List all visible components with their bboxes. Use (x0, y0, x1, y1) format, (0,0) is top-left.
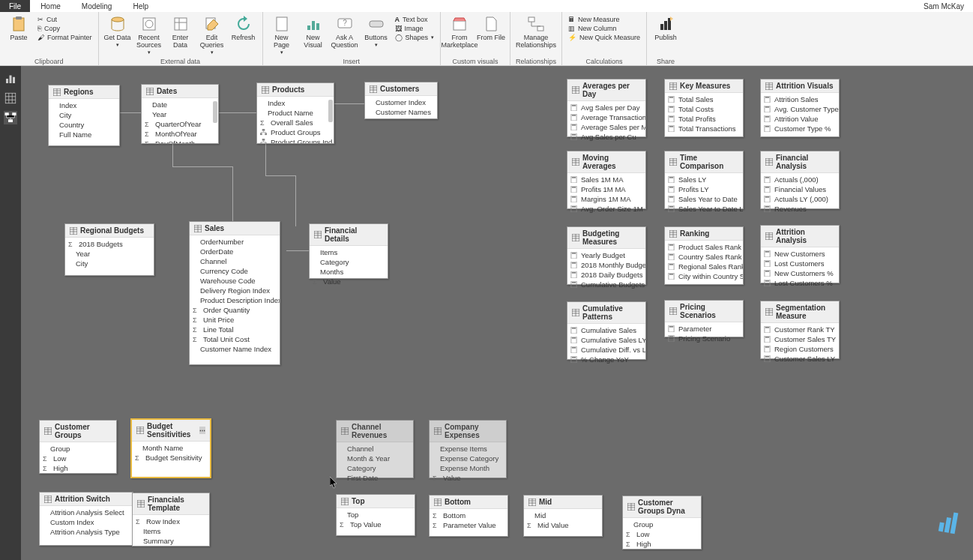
table-header[interactable]: Budget Sensitivities⋯ (132, 420, 210, 442)
table-field[interactable]: New Customers (761, 249, 839, 259)
table-header[interactable]: Mid (524, 496, 602, 509)
refresh-button[interactable]: Refresh (228, 13, 259, 58)
table-field[interactable]: Country Sales Rank (665, 252, 743, 262)
table-top[interactable]: TopTopΣTop Value (336, 494, 415, 536)
table-field[interactable]: ΣOrder Quantity (190, 305, 280, 315)
table-field[interactable]: Lost Customers (761, 259, 839, 268)
table-header[interactable]: Customer Groups Dyna (623, 496, 701, 518)
table-financials-template[interactable]: Financials TemplateΣRow IndexItemsSummar… (132, 493, 210, 547)
table-header[interactable]: Budgeting Measures (567, 227, 645, 249)
table-field[interactable]: Year (142, 109, 218, 119)
shapes-button[interactable]: ◯Shapes▾ (392, 33, 438, 42)
table-averages-per-day[interactable]: Averages per DayAvg Sales per DayAverage… (567, 79, 646, 137)
table-field[interactable]: Product Sales Rank (665, 242, 743, 252)
get-data-button[interactable]: Get Data▾ (102, 13, 133, 58)
table-header[interactable]: Cumulative Patterns (567, 302, 645, 324)
table-header[interactable]: Sales (190, 222, 280, 235)
table-field[interactable]: ΣHigh (40, 463, 116, 473)
table-regions[interactable]: RegionsIndexCityCountryFull Name (48, 85, 120, 146)
table-field[interactable]: Avg. Order Size 1M M (567, 204, 645, 214)
table-regional-budgets[interactable]: Regional BudgetsΣ2018 BudgetsYearCity (64, 223, 154, 276)
textbox-button[interactable]: AText box (392, 15, 438, 24)
table-field[interactable]: Avg Sales per Cu (567, 132, 645, 142)
table-field[interactable]: Group (40, 444, 116, 454)
table-field[interactable]: Sales Year to Date LY (665, 204, 743, 214)
table-field[interactable]: Product Groups (257, 127, 334, 137)
table-attrition-analysis[interactable]: Attrition AnalysisNew CustomersLost Cust… (760, 225, 840, 283)
table-header[interactable]: Attrition Analysis (761, 226, 839, 247)
table-field[interactable]: Category (310, 257, 388, 267)
menu-file[interactable]: File (0, 0, 30, 12)
table-header[interactable]: Attrition Switch (40, 493, 133, 506)
table-field[interactable]: Profits LY (665, 184, 743, 194)
table-header[interactable]: Regions (49, 85, 119, 99)
cut-button[interactable]: ✂Cut (34, 15, 95, 24)
table-field[interactable]: Lost Customers % (761, 278, 839, 288)
table-field[interactable]: Total Profits (665, 114, 743, 124)
table-field[interactable]: New Customers % (761, 268, 839, 278)
table-field[interactable]: ΣLow (623, 529, 701, 539)
table-field[interactable]: City (65, 259, 154, 268)
format-painter-button[interactable]: 🖌Format Painter (34, 33, 95, 42)
table-segmentation[interactable]: Segmentation MeasureCustomer Rank TYCust… (760, 301, 840, 359)
table-field[interactable]: Custom Index (40, 517, 133, 527)
from-file-button[interactable]: From File (475, 13, 507, 58)
table-field[interactable]: Parameter (665, 324, 743, 334)
table-field[interactable]: Sales Year to Date (665, 194, 743, 204)
table-field[interactable]: Total Costs (665, 104, 743, 114)
table-header[interactable]: Financial Details (310, 224, 388, 246)
table-field[interactable]: ΣQuarterOfYear (142, 119, 218, 129)
table-field[interactable]: Margins 1M MA (567, 194, 645, 204)
table-field[interactable]: ΣLow (40, 454, 116, 463)
table-customer-groups[interactable]: Customer GroupsGroupΣLowΣHigh (39, 420, 117, 474)
table-field[interactable]: ΣBudget Sensitivity (132, 453, 210, 463)
table-field[interactable]: ΣTop Value (337, 520, 415, 529)
table-field[interactable]: OrderNumber (190, 237, 280, 247)
table-field[interactable]: Expense Month (430, 463, 506, 473)
table-field[interactable]: ΣMonthOfYear (142, 129, 218, 139)
table-field[interactable]: Avg. Customer Type per (761, 104, 839, 114)
table-field[interactable]: Top (337, 510, 415, 520)
table-field[interactable]: City within Country S (665, 271, 743, 281)
table-field[interactable]: Sales 1M MA (567, 175, 645, 184)
table-field[interactable]: Attrition Value (761, 114, 839, 124)
table-field[interactable]: Full Name (49, 130, 119, 139)
table-field[interactable]: Attrition Sales (761, 94, 839, 104)
table-field[interactable]: Group (623, 520, 701, 529)
table-header[interactable]: Moving Averages (567, 151, 645, 173)
table-field[interactable]: Delivery Region Index (190, 286, 280, 295)
table-dates[interactable]: DatesDateYearΣQuarterOfYearΣMonthOfYearΣ… (141, 84, 219, 144)
table-field[interactable]: Region Customers (761, 344, 839, 354)
table-header[interactable]: Customer Groups (40, 421, 116, 442)
table-field[interactable]: Months (310, 267, 388, 277)
table-field[interactable]: Actuals (,000) (761, 175, 839, 184)
table-header[interactable]: Segmentation Measure (761, 301, 839, 323)
table-field[interactable]: Customer Name Index (190, 344, 280, 354)
scrollbar-thumb[interactable] (213, 101, 217, 123)
table-field[interactable]: Actuals LY (,000) (761, 194, 839, 204)
table-field[interactable]: Index (257, 98, 334, 108)
new-quick-measure-button[interactable]: ⚡New Quick Measure (565, 33, 643, 42)
table-channel-revenues[interactable]: Channel RevenuesChannelMonth & YearCateg… (336, 420, 414, 478)
table-field[interactable]: Σ2018 Budgets (65, 239, 154, 249)
table-header[interactable]: Company Expenses (430, 421, 506, 442)
table-field[interactable]: ΣDayOfMonth (142, 139, 218, 143)
table-field[interactable]: Items (133, 526, 209, 536)
table-field[interactable]: Summary (133, 536, 209, 546)
table-header[interactable]: Key Measures (665, 79, 743, 93)
table-field[interactable]: Warehouse Code (190, 276, 280, 286)
table-field[interactable]: Total Sales (665, 94, 743, 104)
table-field[interactable]: Attrition Analysis Select (40, 508, 133, 517)
table-field[interactable]: % Change YoY (567, 355, 645, 364)
scrollbar-thumb[interactable] (328, 100, 333, 122)
new-measure-button[interactable]: 🖩New Measure (565, 15, 643, 24)
table-pricing-scenarios[interactable]: Pricing ScenariosParameterPricing Scenar… (664, 300, 744, 337)
table-header[interactable]: Ranking (665, 227, 743, 241)
table-field[interactable]: Customer Type % (761, 124, 839, 133)
table-header[interactable]: Financials Template (133, 493, 209, 515)
edit-queries-button[interactable]: Edit Queries▾ (196, 13, 228, 58)
table-field[interactable]: Financial Values (761, 184, 839, 194)
buttons-button[interactable]: Buttons▾ (361, 13, 392, 58)
table-field[interactable]: OrderDate (190, 247, 280, 256)
table-header[interactable]: Regional Budgets (65, 224, 154, 238)
